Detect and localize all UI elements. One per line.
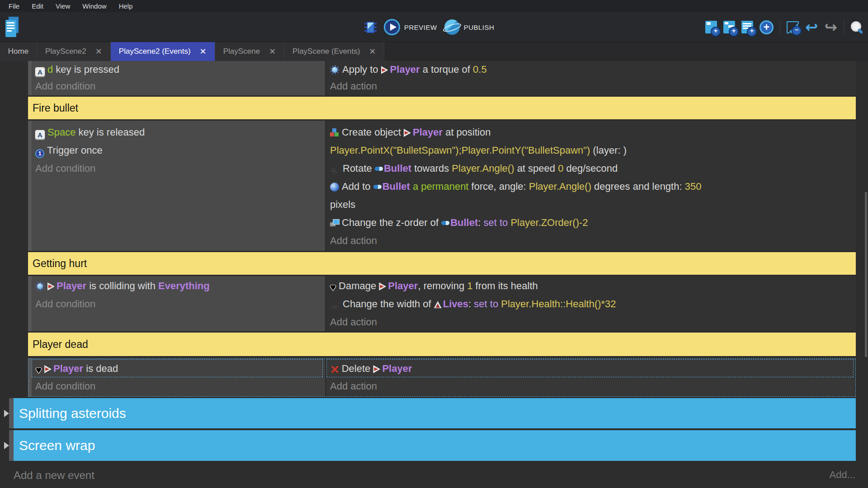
add-button[interactable]: Add... — [830, 469, 856, 482]
action[interactable]: Rotate Bullet towards Player.Angle() at … — [326, 160, 856, 178]
text-segment: Player — [413, 127, 443, 138]
menu-item-window[interactable]: Window — [78, 0, 110, 12]
comment-row[interactable]: Getting hurt — [28, 252, 856, 275]
group-row: Screen wrap — [0, 430, 856, 461]
add-subevent-button[interactable] — [723, 21, 735, 33]
add-comment-button[interactable] — [741, 21, 753, 33]
condition[interactable]: d key is pressed — [32, 61, 325, 78]
action[interactable]: Change the z-order of Bullet: set to Pla… — [326, 214, 856, 232]
event-row-selected[interactable]: Player is deadAdd conditionDelete Player… — [28, 358, 856, 397]
text-segment: Player.Angle() — [529, 181, 591, 192]
bullet-icon — [373, 185, 382, 189]
add-event-icon — [705, 21, 717, 33]
debug-button[interactable] — [364, 22, 377, 33]
text-segment: is colliding with — [86, 280, 158, 291]
add-condition-link[interactable]: Add condition — [32, 377, 325, 395]
remove-selection-button[interactable] — [787, 21, 799, 33]
comment-row[interactable]: Fire bullet — [28, 97, 856, 119]
tab-playscene[interactable]: PlayScene ✕ — [215, 42, 284, 61]
action[interactable]: Damage Player, removing 1 from its healt… — [326, 277, 856, 295]
add-new-button[interactable] — [760, 20, 774, 34]
undo-icon — [805, 20, 818, 34]
search-button[interactable] — [850, 21, 863, 34]
rotate-icon — [328, 163, 342, 177]
tab-label: Home — [8, 47, 28, 56]
text-segment: : — [468, 298, 474, 310]
event-drag-handle[interactable] — [28, 61, 32, 95]
collapse-arrow-icon[interactable] — [4, 410, 9, 417]
close-icon[interactable]: ✕ — [95, 47, 102, 56]
menu-item-file[interactable]: File — [5, 0, 24, 12]
tab-label: PlayScene2 — [45, 47, 86, 56]
text-segment: set to — [474, 298, 501, 310]
add-action-link[interactable]: Add action — [326, 377, 856, 395]
condition[interactable]: Player is colliding with Everything — [32, 277, 325, 295]
redo-button[interactable] — [825, 20, 838, 34]
close-icon[interactable]: ✕ — [369, 47, 376, 56]
tab-label: PlayScene (Events) — [292, 47, 360, 56]
comment-row[interactable]: Player dead — [28, 333, 856, 356]
player-ship-icon — [47, 282, 55, 291]
text-segment: towards — [411, 163, 452, 174]
action[interactable]: Create object Player at position — [326, 123, 856, 141]
action[interactable]: Change the width of Lives: set to Player… — [326, 295, 856, 313]
action[interactable]: Add to Bullet a permanent force, angle: … — [326, 178, 856, 196]
condition[interactable]: Space key is released — [32, 123, 325, 141]
close-icon[interactable]: ✕ — [269, 47, 276, 56]
text-segment: Change the z-order of — [342, 217, 441, 228]
debug-icon — [364, 22, 377, 33]
search-icon — [850, 21, 863, 34]
add-condition-link[interactable]: Add condition — [32, 78, 325, 94]
group-bar[interactable]: Splitting asteroids — [14, 398, 856, 428]
add-event-button[interactable] — [705, 21, 717, 33]
action[interactable]: Delete Player — [326, 359, 854, 377]
event-drag-handle[interactable] — [28, 121, 32, 251]
event-drag-handle[interactable] — [28, 276, 32, 331]
text-segment: Bullet — [382, 181, 410, 192]
event-row[interactable]: d key is pressedAdd conditionApply to Pl… — [28, 61, 856, 95]
publish-button[interactable]: PUBLISH — [444, 19, 495, 35]
event-drag-handle[interactable] — [28, 358, 32, 397]
menu-item-view[interactable]: View — [52, 0, 74, 12]
add-condition-link[interactable]: Add condition — [32, 295, 325, 313]
text-segment: Player.ZOrder()-2 — [510, 217, 588, 228]
group-bar[interactable]: Screen wrap — [14, 430, 856, 461]
text-segment: set to — [484, 217, 511, 228]
text-segment: from its health — [472, 280, 538, 291]
action[interactable]: Apply to Player a torque of 0.5 — [326, 61, 856, 78]
redo-icon — [825, 20, 838, 34]
text-segment: Everything — [158, 280, 210, 291]
tab-playscene2[interactable]: PlayScene2 ✕ — [37, 42, 111, 61]
add-action-link[interactable]: Add action — [326, 78, 856, 94]
text-segment: Trigger once — [47, 145, 103, 156]
tab-home[interactable]: Home — [0, 42, 37, 61]
tab-playscene-events[interactable]: PlayScene (Events) ✕ — [284, 42, 384, 61]
action[interactable]: pixels — [326, 196, 856, 214]
undo-button[interactable] — [805, 20, 818, 34]
add-action-link[interactable]: Add action — [326, 232, 856, 250]
add-action-link[interactable]: Add action — [326, 313, 856, 331]
preview-button[interactable]: PREVIEW — [384, 19, 437, 35]
event-row[interactable]: Player is colliding with EverythingAdd c… — [28, 276, 856, 331]
event-row[interactable]: Space key is releasedTrigger onceAdd con… — [28, 121, 856, 251]
physics-icon — [330, 65, 340, 75]
project-manager-button[interactable] — [5, 17, 19, 38]
condition[interactable]: Player is dead — [32, 359, 323, 377]
text-segment: 0.5 — [473, 64, 487, 75]
add-new-event-label[interactable]: Add a new event — [14, 469, 94, 482]
collapse-arrow-icon[interactable] — [4, 442, 9, 449]
text-segment: Player.Angle() — [452, 163, 514, 174]
tab-playscene2-events[interactable]: PlayScene2 (Events) ✕ — [111, 42, 215, 61]
close-icon[interactable]: ✕ — [200, 47, 207, 56]
tab-label: PlayScene — [223, 47, 260, 56]
condition[interactable]: Trigger once — [32, 141, 325, 160]
menu-item-help[interactable]: Help — [115, 0, 137, 12]
player-ship-icon — [379, 282, 386, 291]
text-segment: Space — [47, 127, 75, 138]
text-segment: key is pressed — [53, 64, 119, 75]
publish-label: PUBLISH — [464, 23, 495, 31]
add-condition-link[interactable]: Add condition — [32, 160, 325, 178]
menu-item-edit[interactable]: Edit — [28, 0, 47, 12]
vertical-scrollbar[interactable] — [865, 192, 867, 357]
action[interactable]: Player.PointX("BulletSpawn");Player.Poin… — [326, 141, 856, 160]
